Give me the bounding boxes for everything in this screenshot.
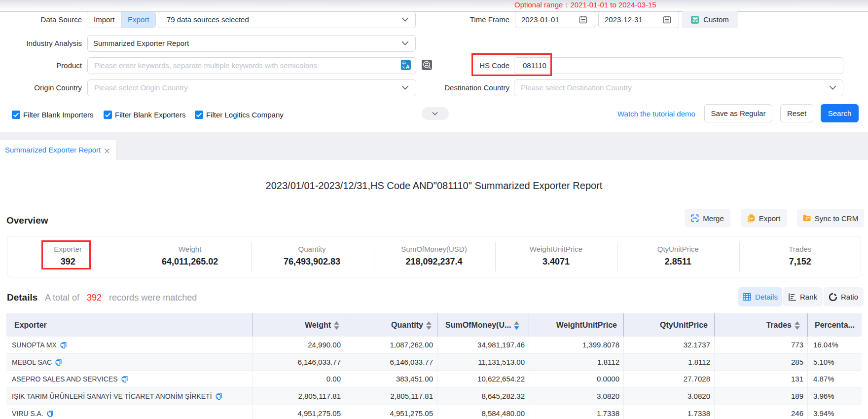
svg-text:A: A — [406, 64, 409, 70]
